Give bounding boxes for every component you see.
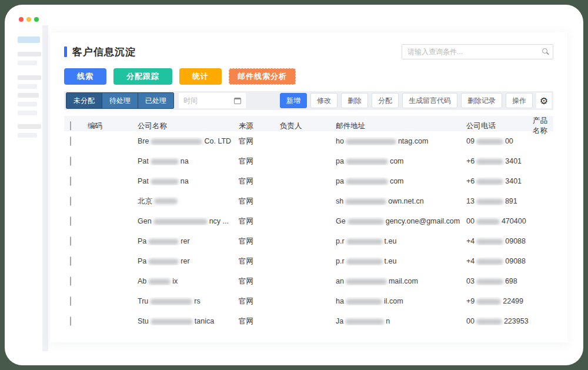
phone-cell: 00470400: [466, 217, 533, 225]
row-checkbox[interactable]: [70, 196, 71, 206]
redacted-text: [345, 199, 386, 205]
company-name-cell: Patna: [138, 177, 239, 185]
delete-records-button[interactable]: 删除记录: [461, 93, 502, 108]
row-checkbox[interactable]: [70, 176, 71, 186]
sidebar-skeleton-bar: [18, 84, 37, 89]
email-cell: p.rt.eu: [336, 237, 466, 245]
redacted-text: [476, 319, 502, 325]
redacted-text: [345, 319, 384, 325]
redacted-text: [476, 259, 503, 265]
redacted-text: [476, 139, 503, 145]
redacted-text: [151, 319, 193, 325]
table-row: Stutanica 官网 Jan 00223953: [64, 311, 553, 331]
sidebar-item-active-skeleton[interactable]: [18, 36, 40, 43]
redacted-text: [348, 219, 384, 225]
filter-toolbar: 未分配 待处理 已处理 时间 新增 修改 删除 分配 生成留言代码 删除记录 操…: [64, 91, 553, 110]
phone-cell: 00223953: [466, 317, 533, 325]
redacted-text: [476, 219, 500, 225]
date-filter-input[interactable]: 时间: [179, 93, 246, 108]
edit-button[interactable]: 修改: [310, 93, 338, 108]
row-checkbox[interactable]: [70, 156, 71, 166]
redacted-text: [346, 139, 396, 145]
table-row: Parer 官网 p.rt.eu +409088: [64, 231, 553, 251]
row-checkbox[interactable]: [70, 276, 71, 286]
tab-pending[interactable]: 待处理: [102, 93, 138, 108]
redacted-text: [153, 219, 208, 225]
row-checkbox[interactable]: [70, 216, 71, 226]
company-name-cell: Stutanica: [138, 317, 239, 325]
email-cell: pacom: [336, 157, 466, 165]
status-segmented-control: 未分配 待处理 已处理: [66, 92, 174, 109]
operations-button[interactable]: 操作: [506, 93, 533, 108]
nav-leads-button[interactable]: 线索: [64, 68, 106, 85]
table-row: BreCo. LTD 官网 hontag.com 0900: [64, 131, 553, 151]
add-button[interactable]: 新增: [280, 93, 307, 108]
zoom-window-button[interactable]: [34, 17, 39, 22]
source-cell: 官网: [239, 216, 280, 226]
company-name-cell: BreCo. LTD: [138, 137, 239, 145]
table-row: Patna 官网 pacom +63401: [64, 171, 553, 191]
minimize-window-button[interactable]: [26, 17, 31, 22]
table-row: Genncy ... 官网 Gegency.one@gmail.com 0047…: [64, 211, 553, 231]
redacted-text: [148, 259, 179, 265]
page-title: 客户信息沉淀: [72, 45, 136, 59]
company-name-cell: 北京: [138, 196, 239, 206]
redacted-text: [154, 198, 178, 204]
redacted-text: [151, 139, 202, 145]
table-row: Trurs 官网 hail.com +922499: [64, 291, 553, 311]
email-cell: anmail.com: [336, 277, 466, 285]
redacted-text: [346, 179, 388, 185]
sidebar-skeleton-bar: [18, 75, 41, 80]
company-name-cell: Genncy ...: [138, 217, 239, 225]
source-cell: 官网: [239, 276, 280, 286]
nav-assign-track-button[interactable]: 分配跟踪: [113, 68, 172, 85]
phone-cell: 03698: [466, 277, 533, 285]
email-cell: shown.net.cn: [336, 197, 466, 205]
email-cell: Gegency.one@gmail.com: [336, 217, 466, 225]
delete-button[interactable]: 删除: [341, 93, 368, 108]
redacted-text: [476, 239, 503, 245]
source-cell: 官网: [239, 156, 280, 166]
row-checkbox[interactable]: [70, 256, 71, 266]
sidebar-skeleton-bar: [18, 102, 37, 106]
redacted-text: [151, 159, 179, 165]
phone-cell: +63401: [466, 157, 533, 165]
redacted-text: [346, 259, 383, 265]
redacted-text: [150, 299, 192, 305]
phone-cell: +922499: [466, 297, 533, 305]
row-checkbox[interactable]: [70, 136, 71, 146]
col-header-product: 产品名称: [533, 116, 553, 136]
col-header-email: 邮件地址: [336, 121, 466, 131]
nav-statistics-button[interactable]: 统计: [179, 68, 222, 85]
title-accent-bar: [64, 46, 67, 57]
search-icon[interactable]: [542, 48, 547, 54]
email-cell: hail.com: [336, 297, 466, 305]
assign-button[interactable]: 分配: [372, 93, 399, 108]
select-all-checkbox[interactable]: [70, 121, 71, 131]
settings-gear-button[interactable]: ⚙: [536, 93, 552, 108]
search-input[interactable]: [402, 44, 553, 59]
phone-cell: +63401: [466, 177, 533, 185]
table-row: Abix 官网 anmail.com 03698: [64, 271, 553, 291]
sidebar-skeleton-bar: [18, 61, 37, 65]
row-checkbox[interactable]: [70, 236, 71, 246]
table-row: Parer 官网 p.rt.eu +409088: [64, 251, 553, 271]
phone-cell: 13891: [466, 197, 533, 205]
generate-message-code-button[interactable]: 生成留言代码: [402, 93, 457, 108]
sidebar-skeleton-bar: [18, 93, 39, 98]
row-checkbox[interactable]: [70, 316, 71, 326]
nav-email-lead-analysis-button[interactable]: 邮件线索分析: [229, 68, 296, 85]
tab-processed[interactable]: 已处理: [138, 93, 173, 108]
app-window: 客户信息沉淀 线索 分配跟踪 统计 邮件线索分析 未分配 待处理 已处理 时间: [5, 5, 583, 365]
close-window-button[interactable]: [19, 17, 24, 22]
calendar-icon: [234, 98, 241, 104]
table-body: BreCo. LTD 官网 hontag.com 0900 Patna 官网 p…: [64, 131, 553, 331]
source-cell: 官网: [239, 236, 280, 246]
redacted-text: [346, 159, 388, 165]
row-checkbox[interactable]: [70, 296, 71, 306]
tab-unassigned[interactable]: 未分配: [66, 93, 102, 108]
col-header-code: 编码: [88, 121, 138, 131]
source-cell: 官网: [239, 316, 280, 326]
redacted-text: [346, 279, 387, 285]
source-cell: 官网: [239, 256, 280, 266]
